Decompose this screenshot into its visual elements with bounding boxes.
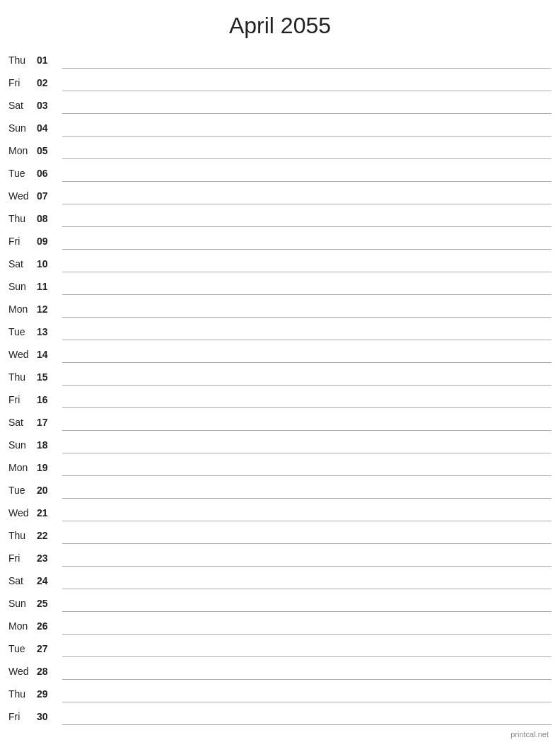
day-name: Thu [8, 371, 37, 386]
day-number: 29 [37, 688, 58, 702]
day-name: Sat [8, 417, 37, 431]
day-row: Sat17 [6, 408, 554, 431]
day-name: Wed [8, 666, 37, 680]
day-number: 06 [37, 168, 58, 182]
day-number: 24 [37, 575, 58, 589]
day-number: 25 [37, 598, 58, 612]
day-name: Fri [8, 552, 37, 567]
day-name: Mon [8, 145, 37, 159]
day-name: Tue [8, 326, 37, 340]
day-number: 18 [37, 439, 58, 453]
day-row: Thu01 [6, 46, 554, 69]
day-row: Tue13 [6, 318, 554, 340]
day-row: Wed21 [6, 499, 554, 521]
day-row: Mon12 [6, 295, 554, 318]
day-number: 13 [37, 326, 58, 340]
day-number: 03 [37, 100, 58, 114]
day-number: 12 [37, 303, 58, 318]
day-name: Fri [8, 77, 37, 91]
day-number: 05 [37, 145, 58, 159]
page-title: April 2055 [0, 0, 560, 46]
day-name: Fri [8, 394, 37, 408]
day-number: 22 [37, 530, 58, 544]
day-number: 07 [37, 190, 58, 204]
day-name: Wed [8, 190, 37, 204]
day-row: Fri02 [6, 69, 554, 91]
day-name: Thu [8, 530, 37, 544]
day-name: Sun [8, 122, 37, 137]
footer-credit: printcal.net [511, 730, 549, 739]
day-number: 11 [37, 281, 58, 295]
day-row: Tue06 [6, 159, 554, 182]
day-number: 17 [37, 417, 58, 431]
day-name: Sun [8, 439, 37, 453]
day-name: Sat [8, 100, 37, 114]
day-row: Wed28 [6, 657, 554, 680]
day-number: 02 [37, 77, 58, 91]
day-row: Sat03 [6, 91, 554, 114]
day-name: Fri [8, 711, 37, 725]
day-row: Thu22 [6, 521, 554, 544]
day-row: Sun04 [6, 114, 554, 137]
day-number: 10 [37, 258, 58, 272]
day-row: Fri30 [6, 702, 554, 725]
day-row: Thu08 [6, 204, 554, 227]
day-row: Tue20 [6, 476, 554, 499]
day-number: 04 [37, 122, 58, 137]
day-number: 16 [37, 394, 58, 408]
day-row: Fri23 [6, 544, 554, 567]
day-name: Sun [8, 598, 37, 612]
day-number: 08 [37, 213, 58, 227]
day-name: Wed [8, 349, 37, 363]
day-name: Sun [8, 281, 37, 295]
day-row: Sat10 [6, 250, 554, 272]
day-name: Thu [8, 688, 37, 702]
day-row: Sat24 [6, 567, 554, 589]
day-name: Tue [8, 485, 37, 499]
day-row: Sun18 [6, 431, 554, 453]
day-name: Thu [8, 54, 37, 69]
day-name: Sat [8, 258, 37, 272]
day-row: Mon19 [6, 453, 554, 476]
day-name: Mon [8, 462, 37, 476]
day-number: 19 [37, 462, 58, 476]
day-row: Fri09 [6, 227, 554, 250]
day-number: 20 [37, 485, 58, 499]
day-row: Tue27 [6, 635, 554, 657]
day-name: Sat [8, 575, 37, 589]
calendar-container: Thu01Fri02Sat03Sun04Mon05Tue06Wed07Thu08… [0, 46, 560, 725]
day-row: Thu15 [6, 363, 554, 386]
day-number: 15 [37, 371, 58, 386]
day-number: 21 [37, 507, 58, 521]
day-name: Tue [8, 643, 37, 657]
day-number: 23 [37, 552, 58, 567]
day-row: Sun25 [6, 589, 554, 612]
day-number: 28 [37, 666, 58, 680]
day-row: Sun11 [6, 272, 554, 295]
day-row: Fri16 [6, 386, 554, 408]
day-number: 14 [37, 349, 58, 363]
day-name: Fri [8, 236, 37, 250]
day-name: Mon [8, 303, 37, 318]
day-name: Mon [8, 620, 37, 635]
day-number: 26 [37, 620, 58, 635]
day-row: Wed07 [6, 182, 554, 204]
day-number: 30 [37, 711, 58, 725]
day-name: Wed [8, 507, 37, 521]
day-row: Wed14 [6, 340, 554, 363]
day-number: 01 [37, 54, 58, 69]
day-row: Thu29 [6, 680, 554, 702]
day-name: Tue [8, 168, 37, 182]
day-number: 09 [37, 236, 58, 250]
day-row: Mon26 [6, 612, 554, 635]
day-row: Mon05 [6, 137, 554, 159]
day-name: Thu [8, 213, 37, 227]
day-number: 27 [37, 643, 58, 657]
